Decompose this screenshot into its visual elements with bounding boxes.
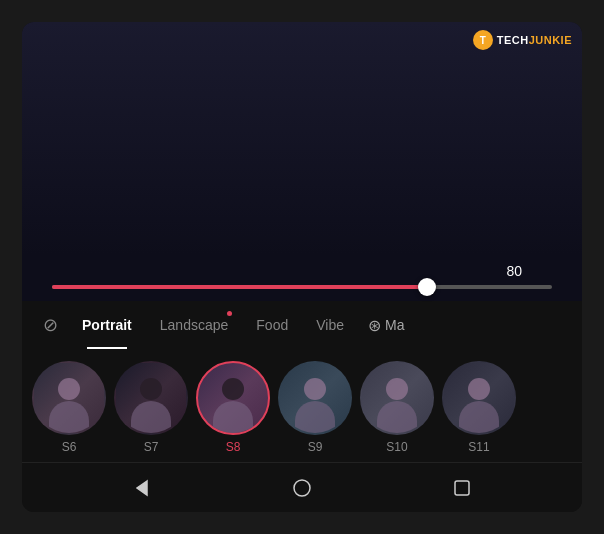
preset-label-s8: S8: [226, 440, 241, 454]
slider-fill: [52, 285, 427, 289]
camera-preview: [22, 22, 582, 255]
watermark-text: TECHJUNKIE: [497, 34, 572, 46]
preset-s9[interactable]: S9: [278, 361, 352, 454]
preset-label-s10: S10: [386, 440, 407, 454]
watermark-icon: T: [473, 30, 493, 50]
nav-bar: [22, 462, 582, 512]
person-s9: [280, 363, 350, 433]
preset-thumb-s10: [360, 361, 434, 435]
tab-no-filter[interactable]: ⊘: [32, 314, 68, 336]
tab-vibe[interactable]: Vibe: [302, 301, 358, 349]
slider-value: 80: [52, 263, 552, 279]
tab-food[interactable]: Food: [242, 301, 302, 349]
preset-s8[interactable]: S8: [196, 361, 270, 454]
svg-rect-2: [455, 481, 469, 495]
recents-button[interactable]: [444, 470, 480, 506]
person-s6: [34, 363, 104, 433]
preset-s10[interactable]: S10: [360, 361, 434, 454]
preset-thumb-s9: [278, 361, 352, 435]
preset-label-s6: S6: [62, 440, 77, 454]
person-s8: [198, 363, 268, 433]
slider-thumb[interactable]: [418, 278, 436, 296]
person-s7: [116, 363, 186, 433]
gear-icon: ⊛: [368, 316, 381, 335]
watermark: T TECHJUNKIE: [473, 30, 572, 50]
preset-label-s11: S11: [468, 440, 489, 454]
tab-portrait[interactable]: Portrait: [68, 301, 146, 349]
svg-point-1: [294, 480, 310, 496]
slider-area: 80: [22, 255, 582, 301]
filter-tabs: ⊘ Portrait Landscape Food Vibe ⊛ Ma: [22, 301, 582, 349]
phone-frame: T TECHJUNKIE 80 ⊘ Portrait Landscape Foo…: [22, 22, 582, 512]
back-button[interactable]: [124, 470, 160, 506]
preset-s6[interactable]: S6: [32, 361, 106, 454]
preset-thumb-s8: [196, 361, 270, 435]
tab-landscape[interactable]: Landscape: [146, 301, 243, 349]
preset-thumb-s6: [32, 361, 106, 435]
preset-label-s7: S7: [144, 440, 159, 454]
svg-marker-0: [137, 481, 147, 495]
landscape-dot: [227, 311, 232, 316]
home-button[interactable]: [284, 470, 320, 506]
person-s10: [362, 363, 432, 433]
preset-thumb-s7: [114, 361, 188, 435]
preset-s7[interactable]: S7: [114, 361, 188, 454]
preset-thumb-s11: [442, 361, 516, 435]
person-s11: [444, 363, 514, 433]
slider-track[interactable]: [52, 285, 552, 289]
preset-s11[interactable]: S11: [442, 361, 516, 454]
presets-row: S6 S7 S8 S9 S10: [22, 349, 582, 462]
tab-more[interactable]: ⊛ Ma: [358, 316, 414, 335]
preset-label-s9: S9: [308, 440, 323, 454]
